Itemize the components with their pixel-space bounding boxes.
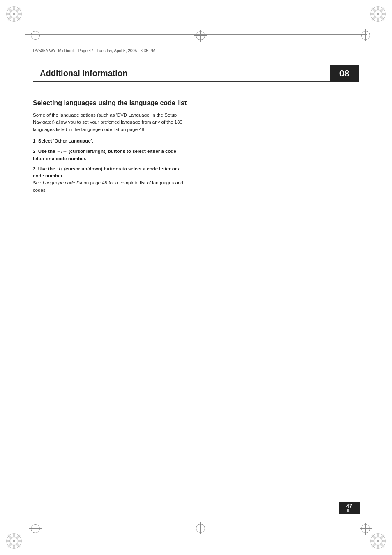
border-left [25, 34, 25, 521]
svg-point-28 [17, 540, 22, 542]
step-3: 3 Use the ↑/↓ (cursor up/down) buttons t… [33, 166, 189, 194]
svg-point-3 [13, 6, 15, 11]
step-1-text: Select 'Other Language'. [38, 138, 93, 143]
svg-point-37 [377, 544, 379, 549]
metadata-page: Page 47 [78, 48, 93, 53]
corner-decoration-tr [369, 5, 387, 23]
chapter-header: Additional information 08 [33, 65, 359, 82]
step-2-text: Use the ←/→ (cursor left/right) buttons … [33, 149, 176, 161]
metadata-bar: DV585A WY_Mid.book Page 47 Tuesday, Apri… [33, 48, 359, 53]
svg-point-25 [13, 533, 15, 538]
chapter-number-box: 08 [330, 65, 359, 82]
svg-point-5 [6, 13, 11, 15]
border-right [367, 34, 368, 521]
svg-point-24 [13, 540, 15, 542]
chapter-title-box: Additional information [33, 65, 330, 82]
page: DV585A WY_Mid.book Page 47 Tuesday, Apri… [0, 0, 392, 555]
svg-point-16 [370, 13, 375, 15]
page-number: 47 [346, 503, 352, 509]
svg-point-35 [377, 540, 379, 542]
step-3-text: Use the ↑/↓ (cursor up/down) buttons to … [33, 166, 181, 178]
step-1: 1 Select 'Other Language'. [33, 138, 189, 145]
content-area: Selecting languages using the language c… [33, 99, 189, 197]
corner-decoration-br [369, 532, 387, 550]
svg-point-2 [13, 13, 15, 15]
step-3-num: 3 [33, 166, 38, 171]
metadata-time: 6:35 PM [140, 48, 155, 53]
page-number-badge: 47 En [339, 502, 360, 514]
corner-decoration-tl [5, 5, 23, 23]
metadata-date: Tuesday, April 5, 2005 [97, 48, 137, 53]
svg-point-4 [13, 17, 15, 22]
svg-point-14 [377, 6, 379, 11]
step-2: 2 Use the ←/→ (cursor left/right) button… [33, 148, 189, 162]
svg-point-39 [381, 540, 386, 542]
corner-decoration-bl [5, 532, 23, 550]
section-body: Some of the language options (such as 'D… [33, 112, 189, 134]
svg-point-26 [13, 544, 15, 549]
svg-point-36 [377, 533, 379, 538]
svg-point-13 [377, 13, 379, 15]
chapter-title: Additional information [40, 69, 127, 78]
svg-point-38 [370, 540, 375, 542]
border-bottom [25, 521, 367, 522]
svg-point-6 [17, 13, 22, 15]
metadata-filename: DV585A WY_Mid.book [33, 48, 75, 53]
step-3-sub: See Language code list on page 48 for a … [33, 180, 183, 192]
svg-point-17 [381, 13, 386, 15]
step-1-num: 1 [33, 138, 38, 143]
section-title: Selecting languages using the language c… [33, 99, 189, 108]
step-2-num: 2 [33, 149, 38, 154]
chapter-number: 08 [339, 68, 349, 79]
svg-point-15 [377, 17, 379, 22]
svg-point-27 [6, 540, 11, 542]
page-lang-label: En [347, 509, 351, 513]
